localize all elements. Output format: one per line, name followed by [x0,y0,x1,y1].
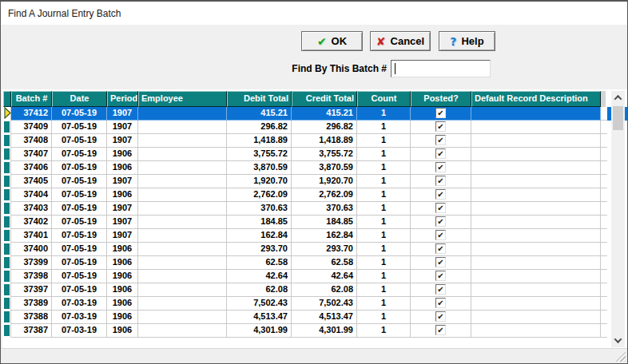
credit-cell[interactable]: 2,762.09 [292,188,357,202]
period-cell[interactable]: 1906 [107,283,138,297]
employee-cell[interactable] [138,121,227,134]
credit-cell[interactable]: 4,513.47 [292,311,357,324]
date-cell[interactable]: 07-03-19 [52,311,107,324]
employee-cell[interactable] [138,324,227,338]
employee-cell[interactable] [138,134,227,148]
batch-cell[interactable]: 37397 [11,283,52,297]
credit-cell[interactable]: 3,870.59 [292,161,357,175]
table-row[interactable]: 3740907-05-191907296.82296.821✔ [3,121,627,134]
vertical-scrollbar[interactable] [611,91,625,347]
column-header-credit[interactable]: Credit Total [292,91,357,107]
table-row[interactable]: 3740607-05-1919063,870.593,870.591✔ [3,161,627,175]
period-cell[interactable]: 1907 [107,175,138,188]
date-cell[interactable]: 07-05-19 [52,202,107,216]
credit-cell[interactable]: 42.64 [292,270,357,283]
credit-cell[interactable]: 293.70 [292,243,357,256]
posted-cell[interactable]: ✔ [411,283,471,297]
posted-checkbox[interactable]: ✔ [435,203,446,213]
count-cell[interactable]: 1 [357,216,411,229]
date-cell[interactable]: 07-03-19 [52,297,107,311]
scroll-down-button[interactable] [611,334,625,347]
description-cell[interactable] [471,134,601,148]
posted-checkbox[interactable]: ✔ [435,148,446,159]
count-cell[interactable]: 1 [357,121,411,134]
period-cell[interactable]: 1907 [107,134,138,148]
credit-cell[interactable]: 184.85 [292,216,357,229]
titlebar[interactable]: Find A Journal Entry Batch [1,2,627,25]
count-cell[interactable]: 1 [357,243,411,256]
description-cell[interactable] [471,188,601,202]
posted-checkbox[interactable]: ✔ [435,284,446,295]
batch-cell[interactable]: 37401 [11,229,52,243]
period-cell[interactable]: 1907 [107,202,138,216]
credit-cell[interactable]: 296.82 [292,121,357,134]
date-cell[interactable]: 07-05-19 [52,121,107,134]
table-row[interactable]: 3740107-05-191907162.84162.841✔ [3,229,627,243]
batch-cell[interactable]: 37407 [11,148,52,161]
description-cell[interactable] [471,270,601,283]
batch-cell[interactable]: 37400 [11,243,52,256]
table-row[interactable]: 3740507-05-1919071,920.701,920.701✔ [3,175,627,188]
table-row[interactable]: 3738807-03-1919064,513.474,513.471✔ [3,311,627,324]
period-cell[interactable]: 1907 [107,229,138,243]
credit-cell[interactable]: 1,920.70 [292,175,357,188]
count-cell[interactable]: 1 [357,283,411,297]
debit-cell[interactable]: 3,755.72 [227,148,292,161]
employee-cell[interactable] [138,270,227,283]
count-cell[interactable]: 1 [357,134,411,148]
posted-checkbox[interactable]: ✔ [435,121,446,132]
posted-cell[interactable]: ✔ [411,311,471,324]
description-cell[interactable] [471,324,601,338]
debit-cell[interactable]: 296.82 [227,121,292,134]
employee-cell[interactable] [138,297,227,311]
employee-cell[interactable] [138,148,227,161]
count-cell[interactable]: 1 [357,270,411,283]
debit-cell[interactable]: 62.08 [227,283,292,297]
credit-cell[interactable]: 62.58 [292,256,357,270]
description-cell[interactable] [471,202,601,216]
employee-cell[interactable] [138,216,227,229]
posted-checkbox[interactable]: ✔ [435,257,446,267]
description-cell[interactable] [471,229,601,243]
column-header-posted[interactable]: Posted? [411,91,471,107]
posted-checkbox[interactable]: ✔ [435,135,446,145]
posted-checkbox[interactable]: ✔ [435,162,446,172]
posted-cell[interactable]: ✔ [411,148,471,161]
column-header-description[interactable]: Default Record Description [471,91,601,107]
employee-cell[interactable] [138,256,227,270]
posted-cell[interactable]: ✔ [411,216,471,229]
count-cell[interactable]: 1 [357,311,411,324]
posted-checkbox[interactable]: ✔ [435,298,446,308]
debit-cell[interactable]: 42.64 [227,270,292,283]
debit-cell[interactable]: 1,418.89 [227,134,292,148]
debit-cell[interactable]: 1,920.70 [227,175,292,188]
batch-cell[interactable]: 37387 [11,324,52,338]
date-cell[interactable]: 07-05-19 [52,256,107,270]
date-cell[interactable]: 07-05-19 [52,216,107,229]
help-button[interactable]: ? Help [439,31,495,51]
date-cell[interactable]: 07-05-19 [52,243,107,256]
description-cell[interactable] [471,311,601,324]
credit-cell[interactable]: 62.08 [292,283,357,297]
posted-cell[interactable]: ✔ [411,270,471,283]
table-row[interactable]: 3739707-05-19190662.0862.081✔ [3,283,627,297]
posted-cell[interactable]: ✔ [411,161,471,175]
posted-cell[interactable]: ✔ [411,188,471,202]
credit-cell[interactable]: 4,301.99 [292,324,357,338]
posted-cell[interactable]: ✔ [411,202,471,216]
debit-cell[interactable]: 7,502.43 [227,297,292,311]
count-cell[interactable]: 1 [357,175,411,188]
period-cell[interactable]: 1906 [107,297,138,311]
employee-cell[interactable] [138,107,227,121]
count-cell[interactable]: 1 [357,107,411,121]
credit-cell[interactable]: 3,755.72 [292,148,357,161]
batch-cell[interactable]: 37405 [11,175,52,188]
count-cell[interactable]: 1 [357,148,411,161]
date-cell[interactable]: 07-05-19 [52,148,107,161]
posted-cell[interactable]: ✔ [411,134,471,148]
date-cell[interactable]: 07-05-19 [52,229,107,243]
posted-checkbox[interactable]: ✔ [435,189,446,200]
description-cell[interactable] [471,121,601,134]
debit-cell[interactable]: 370.63 [227,202,292,216]
employee-cell[interactable] [138,283,227,297]
